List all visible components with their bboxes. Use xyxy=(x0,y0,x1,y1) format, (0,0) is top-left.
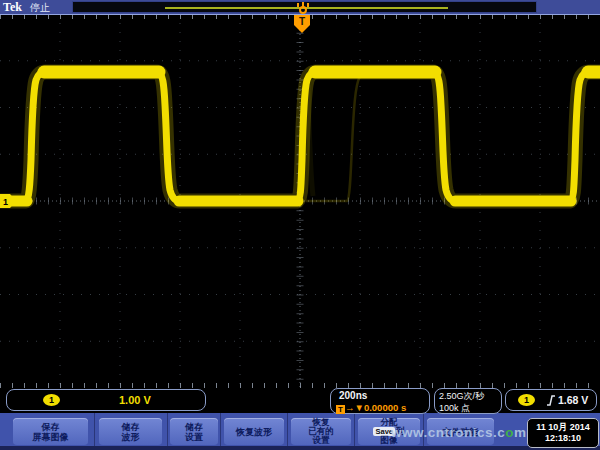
tek-logo: Tek xyxy=(3,0,22,14)
top-status-bar: Tek 停止 xyxy=(0,0,600,15)
menu-button-save-setup[interactable]: 储存 设置 xyxy=(170,418,218,445)
ch1-badge: 1 xyxy=(43,394,60,406)
rising-edge-icon xyxy=(546,394,556,407)
time-text: 12:18:10 xyxy=(528,433,598,444)
ch1-waveform xyxy=(0,72,600,201)
horizontal-readout[interactable]: 200ns T→▼0.00000 s xyxy=(330,388,430,414)
screen-bottom-edge xyxy=(0,446,600,450)
menu-divider xyxy=(220,413,221,446)
menu-button-save-waveform[interactable]: 储存 波形 xyxy=(99,418,162,445)
menu-divider xyxy=(94,413,95,446)
menu-button-file-utilities[interactable]: 文件功能 xyxy=(427,418,494,445)
trigger-position-marker[interactable]: T xyxy=(292,14,312,34)
trigger-level: 1.68 V xyxy=(558,394,588,406)
menu-button-assign-save[interactable]: 分配 Save到 图像 xyxy=(358,418,420,445)
record-length: 100k 点 xyxy=(439,402,470,415)
trigger-readout[interactable]: 1 1.68 V xyxy=(505,389,597,411)
svg-text:T: T xyxy=(299,16,305,27)
menu-button-recall-setup[interactable]: 恢复 已有的 设置 xyxy=(291,418,351,445)
oscilloscope-screen: 1 Tek 停止 T 1 1.00 V 200ns T→▼0.00000 s 2… xyxy=(0,0,600,450)
datetime-display: 11 10月 2014 12:18:10 xyxy=(527,418,599,448)
menu-divider xyxy=(354,413,355,446)
record-view-strip[interactable] xyxy=(72,1,537,13)
trigger-t-icon: T xyxy=(336,405,345,414)
date-text: 11 10月 2014 xyxy=(528,422,598,433)
menu-button-recall-waveform[interactable]: 恢复波形 xyxy=(224,418,284,445)
ch1-volts-per-div: 1.00 V xyxy=(119,394,151,406)
menu-divider xyxy=(287,413,288,446)
expansion-point-icon xyxy=(294,2,312,14)
menu-button-save-screen-image[interactable]: 保存 屏幕图像 xyxy=(13,418,88,445)
position-arrows: →▼ xyxy=(345,402,364,413)
menu-divider xyxy=(167,413,168,446)
svg-text:1: 1 xyxy=(3,197,8,207)
graticule: 1 xyxy=(0,0,600,450)
ch1-scale-readout[interactable]: 1 1.00 V xyxy=(6,389,206,411)
position-value: 0.00000 s xyxy=(364,402,406,413)
horizontal-position: T→▼0.00000 s xyxy=(336,402,406,414)
time-per-div: 200ns xyxy=(339,390,367,401)
menu-divider xyxy=(423,413,424,446)
trigger-source-badge: 1 xyxy=(518,394,535,406)
waveform-ghost xyxy=(306,72,378,201)
acquisition-status: 停止 xyxy=(30,1,50,14)
acquisition-readout: 2.50G次/秒 100k 点 xyxy=(434,388,502,414)
